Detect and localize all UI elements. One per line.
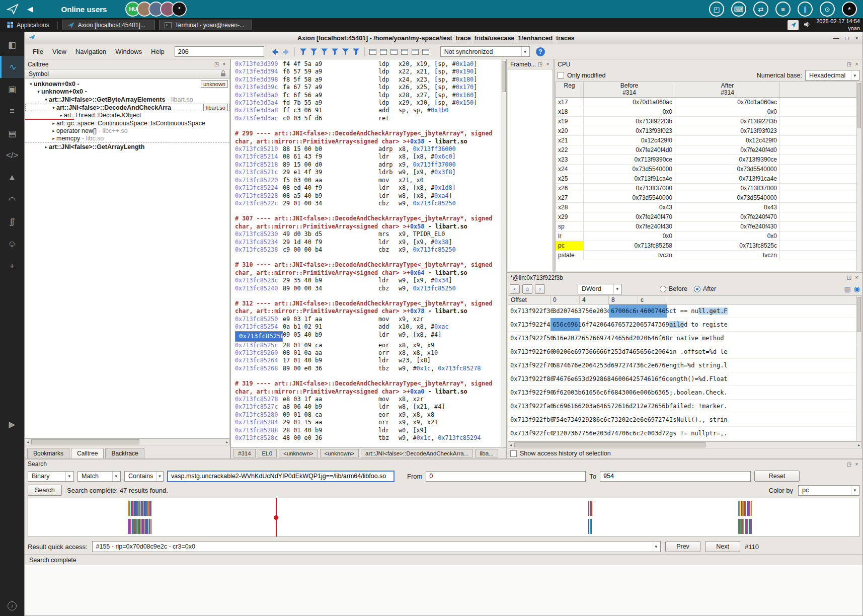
memory-home-button[interactable]: ⌂: [522, 284, 532, 294]
search-type-select[interactable]: Binary ▾: [28, 471, 74, 482]
asm-line[interactable]: 0x713fc8528429 01 15 aaorrx9, x9, x21: [235, 419, 500, 426]
memory-cell[interactable]: 3d292868: [580, 372, 609, 386]
goto-next-icon[interactable]: [281, 46, 291, 57]
register-name[interactable]: pstate: [556, 251, 584, 260]
layout-panel-icon[interactable]: ◧: [0, 34, 24, 56]
asm-line[interactable]: 0x713fc8528009 01 08 caeorx9, x8, x8: [235, 411, 500, 419]
asm-line[interactable]: 0x713fc8525809 05 40 b9ldrw9, [x8, #4]: [235, 331, 500, 342]
register-after-value[interactable]: tvczn: [675, 251, 780, 260]
column-header[interactable]: 8: [609, 296, 638, 304]
scrollbar-thumb[interactable]: [31, 439, 139, 444]
register-before-value[interactable]: 0x7fe240f470: [584, 212, 675, 222]
memory-unit-select[interactable]: DWord ▾: [578, 284, 622, 294]
memory-ascii[interactable]: ength()=%d.Float: [667, 372, 861, 386]
breadcrumb-item[interactable]: #314: [233, 449, 256, 457]
instruction-address[interactable]: 0x713fc85220: [235, 177, 283, 184]
instruction-address[interactable]: 0x713fc85238: [235, 246, 283, 254]
to-input[interactable]: [600, 471, 751, 482]
register-after-value[interactable]: 0x713f922f3b: [675, 117, 780, 126]
asm-line[interactable]: 0x713fc8526008 01 0a aaorrx8, x8, x10: [235, 349, 500, 357]
breadcrumb-item[interactable]: <unknown>: [279, 449, 318, 457]
instruction-address[interactable]: 0x713fe3d3ac: [235, 115, 283, 122]
asm-line[interactable]: 0x713fc8521408 61 43 f9ldrx8, [x8, #0x6c…: [235, 153, 500, 161]
tasks-icon[interactable]: ≡: [0, 100, 24, 122]
menu-windows[interactable]: Windows: [111, 46, 146, 57]
scrollbar-thumb[interactable]: [502, 61, 506, 92]
register-name[interactable]: sp: [556, 222, 584, 232]
register-name[interactable]: x28: [556, 203, 584, 212]
instruction-address[interactable]: 0x713fc85254: [235, 323, 283, 331]
screen-share-icon[interactable]: ◰: [709, 2, 724, 17]
memory-offset[interactable]: 0x713f922fc0: [508, 427, 551, 440]
asm-line[interactable]: 0x713fc85278e8 03 1f aamovx8, xzr: [235, 396, 500, 403]
collapse-icon[interactable]: ▾: [36, 89, 41, 94]
asm-line[interactable]: 0x713fe3d398f8 5f 58 a9ldpx24, x23, [sp,…: [235, 76, 500, 84]
asm-line[interactable]: 0x713fc85220f5 03 00 aamovx21, x0: [235, 177, 500, 184]
play-icon[interactable]: ▶: [0, 414, 24, 436]
close-panel-icon[interactable]: ×: [545, 61, 551, 67]
calltree-row[interactable]: ▾art::JNI<false>::DecodeAndCheckArraliba…: [25, 104, 229, 112]
memory-cell[interactable]: 67657220: [609, 318, 638, 332]
smiley-icon[interactable]: ☺: [0, 233, 24, 255]
task-button-terminal[interactable]: >_ Terminal - yoan@reven-...: [159, 20, 252, 30]
register-name[interactable]: x17: [556, 98, 584, 107]
register-after-value[interactable]: 0x713f91ca4e: [675, 174, 780, 184]
column-header[interactable]: 4: [580, 296, 609, 304]
memory-ascii[interactable]: gs != nullptr=,.: [667, 427, 861, 440]
show-access-history-checkbox[interactable]: [510, 450, 517, 457]
prev-result-button[interactable]: Prev: [665, 541, 700, 552]
column-header[interactable]: After#314: [675, 82, 780, 98]
register-after-value[interactable]: 0x713fc8525c: [675, 241, 780, 251]
memory-cell[interactable]: 72616d21: [609, 400, 638, 413]
register-name[interactable]: x21: [556, 136, 584, 145]
calltree-row[interactable]: ▾unknown+0x0 -unknown: [25, 80, 229, 88]
session-avatar[interactable]: *: [842, 2, 857, 17]
register-name[interactable]: x24: [556, 165, 584, 174]
register-before-value[interactable]: tvczn: [584, 251, 675, 260]
instruction-view[interactable]: 0x713fe3d390f4 4f 5a a9ldpx20, x19, [sp,…: [231, 59, 506, 447]
code-icon[interactable]: </>: [0, 144, 24, 167]
register-before-value[interactable]: 0x70d1a060ac: [584, 98, 675, 107]
instruction-address[interactable]: 0x713fe3d39c: [235, 84, 283, 91]
breadcrumb-item[interactable]: <unknown>: [320, 449, 359, 457]
undock-panel-icon[interactable]: ◳: [214, 61, 219, 67]
undock-panel-icon[interactable]: ◳: [846, 275, 852, 280]
memory-vscrollbar[interactable]: [856, 296, 861, 441]
reset-button[interactable]: Reset: [754, 471, 800, 482]
pause-icon[interactable]: ∥: [798, 2, 813, 17]
asm-line[interactable]: 0x713fc8524089 00 00 34cbzw9, 0x713fc852…: [235, 285, 500, 292]
asm-line[interactable]: 0x713fc85250e9 03 1f aamovx9, xzr: [235, 316, 500, 323]
asm-line[interactable]: 0x713fc852540a b1 02 91addx10, x8, #0xac: [235, 323, 500, 331]
after-radio[interactable]: After: [694, 285, 716, 292]
register-before-value[interactable]: 0x713f93f023: [584, 126, 675, 136]
filter-strings-icon[interactable]: [330, 46, 340, 57]
memory-ascii[interactable]: failed: !marker.: [667, 400, 861, 413]
memory-ascii[interactable]: r native method: [667, 332, 861, 345]
register-before-value[interactable]: 0x713ff37000: [584, 184, 675, 193]
numerical-base-select[interactable]: Hexadecimal ▾: [805, 70, 859, 81]
memory-cell[interactable]: 2e72656b: [638, 400, 667, 413]
column-header[interactable]: c: [638, 296, 667, 304]
register-after-value[interactable]: 0x713f9390ce: [675, 155, 780, 165]
window-titlebar[interactable]: Axion [localhost:45401] - /home/yoan/my-…: [25, 32, 862, 44]
register-before-value[interactable]: 0x7fe240f430: [584, 222, 675, 232]
memory-ascii[interactable]: ct == null.get.F: [667, 304, 861, 318]
add-icon[interactable]: +: [0, 255, 24, 277]
collapse-icon[interactable]: ▾: [51, 105, 56, 110]
instruction-address[interactable]: 0x713fc8525c: [235, 342, 283, 349]
instruction-address[interactable]: 0x713fc85280: [235, 411, 283, 419]
clock[interactable]: 2025-02-17 14:54 yoan: [816, 18, 860, 31]
keyboard-icon[interactable]: ⌨: [731, 2, 746, 17]
asm-line[interactable]: 0x713fc8525c28 01 09 caeorx8, x9, x9: [235, 342, 500, 349]
new-trace-view-icon[interactable]: [368, 46, 378, 57]
menu-view[interactable]: View: [48, 46, 70, 57]
register-after-value[interactable]: 0x7fe240f430: [675, 222, 780, 232]
memory-cell[interactable]: 46007465: [638, 304, 667, 318]
memory-forward-button[interactable]: ›: [535, 284, 545, 294]
instruction-address[interactable]: 0x713fc85224: [235, 184, 283, 192]
memory-ascii[interactable]: ngth=%d string.l: [667, 359, 861, 372]
memory-cell[interactable]: 65747369: [638, 318, 667, 332]
ascii-view-icon[interactable]: ◉: [854, 285, 860, 293]
memory-offset[interactable]: 0x713f922fb0: [508, 413, 551, 427]
calltree-hscrollbar[interactable]: ◂ ▸: [25, 438, 230, 445]
